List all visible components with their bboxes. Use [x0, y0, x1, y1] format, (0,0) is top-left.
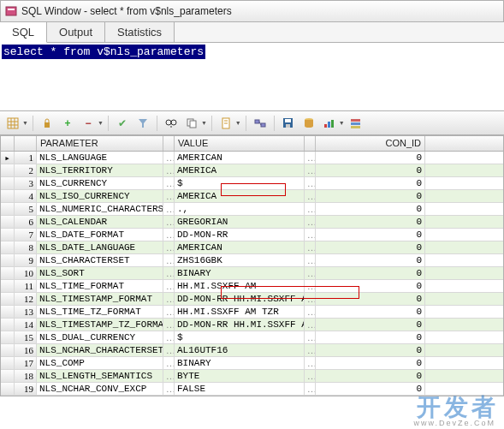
table-row[interactable]: 11NLS_TIME_FORMAT…HH.MI.SSXFF AM…0 — [1, 280, 503, 293]
row-selector[interactable] — [1, 267, 15, 279]
cell-conid[interactable]: 0 — [316, 254, 425, 266]
cell-conid[interactable]: 0 — [316, 177, 425, 189]
cell-parameter[interactable]: NLS_NUMERIC_CHARACTERS — [37, 203, 163, 215]
cell-parameter[interactable]: NLS_CHARACTERSET — [37, 254, 163, 266]
expand-button[interactable]: … — [163, 344, 175, 356]
cell-conid[interactable]: 0 — [316, 344, 425, 356]
table-row[interactable]: 7NLS_DATE_FORMAT…DD-MON-RR…0 — [1, 229, 503, 241]
expand-button[interactable]: … — [163, 383, 175, 395]
cell-parameter[interactable]: NLS_TERRITORY — [37, 164, 163, 176]
expand-button[interactable]: … — [163, 229, 175, 241]
expand-button[interactable]: … — [163, 267, 175, 279]
row-selector[interactable] — [1, 229, 15, 241]
cell-value[interactable]: $ — [175, 177, 305, 189]
cell-value[interactable]: GREGORIAN — [175, 216, 305, 228]
expand-button[interactable]: … — [305, 164, 316, 176]
expand-button[interactable]: … — [163, 190, 175, 202]
lock-button[interactable] — [38, 114, 56, 133]
cell-value[interactable]: AMERICA — [175, 164, 305, 176]
table-row[interactable]: 3NLS_CURRENCY…$…0 — [1, 177, 503, 190]
cell-parameter[interactable]: NLS_TIME_TZ_FORMAT — [37, 306, 163, 318]
bars-button[interactable] — [347, 114, 365, 133]
expand-button[interactable]: … — [163, 370, 175, 382]
cell-conid[interactable]: 0 — [316, 306, 425, 318]
cell-parameter[interactable]: NLS_COMP — [37, 357, 163, 369]
expand-button[interactable]: … — [163, 319, 175, 331]
cell-parameter[interactable]: NLS_DUAL_CURRENCY — [37, 331, 163, 343]
table-row[interactable]: 12NLS_TIMESTAMP_FORMAT…DD-MON-RR HH.MI.S… — [1, 293, 503, 306]
row-selector[interactable] — [1, 190, 15, 202]
cell-conid[interactable]: 0 — [316, 267, 425, 279]
cell-value[interactable]: DD-MON-RR HH.MI.SSXFF AM — [175, 293, 305, 305]
expand-button[interactable]: … — [163, 152, 175, 164]
expand-button[interactable]: … — [305, 267, 316, 279]
cell-conid[interactable]: 0 — [316, 293, 425, 305]
cell-conid[interactable]: 0 — [316, 280, 425, 292]
cell-value[interactable]: $ — [175, 331, 305, 343]
cell-value[interactable]: AMERICAN — [175, 152, 305, 164]
database-button[interactable] — [299, 114, 318, 133]
tab-output[interactable]: Output — [47, 22, 105, 42]
cell-conid[interactable]: 0 — [316, 164, 425, 176]
row-selector[interactable] — [1, 164, 15, 176]
expand-button[interactable]: … — [163, 331, 175, 343]
table-row[interactable]: 10NLS_SORT…BINARY…0 — [1, 267, 503, 280]
expand-button[interactable]: … — [305, 152, 316, 164]
row-selector[interactable] — [1, 370, 15, 382]
cell-conid[interactable]: 0 — [316, 203, 425, 215]
find-button[interactable] — [162, 114, 181, 133]
row-selector[interactable] — [1, 306, 15, 318]
expand-button[interactable]: … — [305, 344, 316, 356]
cell-value[interactable]: DD-MON-RR HH.MI.SSXFF AM TZR — [175, 319, 305, 331]
table-row[interactable]: ▸1NLS_LANGUAGE…AMERICAN…0 — [1, 152, 503, 164]
tab-statistics[interactable]: Statistics — [105, 22, 175, 42]
cell-parameter[interactable]: NLS_NCHAR_CONV_EXCP — [37, 383, 163, 395]
cell-parameter[interactable]: NLS_CURRENCY — [37, 177, 163, 189]
row-selector[interactable] — [1, 203, 15, 215]
row-selector[interactable] — [1, 331, 15, 343]
expand-button[interactable]: … — [163, 280, 175, 292]
row-selector[interactable]: ▸ — [1, 152, 15, 164]
cell-value[interactable]: FALSE — [175, 383, 305, 395]
dropdown-icon[interactable]: ▼ — [22, 120, 28, 126]
filter-button[interactable] — [133, 114, 152, 133]
col-header-conid[interactable]: CON_ID — [316, 136, 425, 151]
cell-value[interactable]: BINARY — [175, 267, 305, 279]
table-row[interactable]: 17NLS_COMP…BINARY…0 — [1, 357, 503, 370]
expand-button[interactable]: … — [305, 357, 316, 369]
row-selector[interactable] — [1, 216, 15, 228]
cell-parameter[interactable]: NLS_DATE_LANGUAGE — [37, 241, 163, 253]
expand-button[interactable]: … — [305, 177, 316, 189]
table-row[interactable]: 5NLS_NUMERIC_CHARACTERS….,…0 — [1, 203, 503, 216]
dropdown-icon[interactable]: ▼ — [98, 120, 104, 126]
cell-conid[interactable]: 0 — [316, 370, 425, 382]
expand-button[interactable]: … — [163, 293, 175, 305]
cell-conid[interactable]: 0 — [316, 229, 425, 241]
expand-button[interactable]: … — [305, 216, 316, 228]
expand-button[interactable]: … — [305, 370, 316, 382]
expand-button[interactable]: … — [305, 331, 316, 343]
cell-parameter[interactable]: NLS_TIME_FORMAT — [37, 280, 163, 292]
cell-value[interactable]: ., — [175, 203, 305, 215]
cell-value[interactable]: AMERICA — [175, 190, 305, 202]
cell-parameter[interactable]: NLS_ISO_CURRENCY — [37, 190, 163, 202]
row-selector[interactable] — [1, 383, 15, 395]
cell-parameter[interactable]: NLS_NCHAR_CHARACTERSET — [37, 344, 163, 356]
row-selector[interactable] — [1, 319, 15, 331]
cell-parameter[interactable]: NLS_LENGTH_SEMANTICS — [37, 370, 163, 382]
grid-view-button[interactable] — [3, 114, 22, 133]
expand-button[interactable]: … — [163, 203, 175, 215]
row-selector[interactable] — [1, 344, 15, 356]
cell-conid[interactable]: 0 — [316, 319, 425, 331]
expand-button[interactable]: … — [305, 319, 316, 331]
dropdown-icon[interactable]: ▼ — [201, 120, 207, 126]
col-header-parameter[interactable]: PARAMETER — [37, 136, 163, 151]
sql-text[interactable]: select * from v$nls_parameters — [2, 45, 205, 59]
cell-conid[interactable]: 0 — [316, 331, 425, 343]
table-row[interactable]: 16NLS_NCHAR_CHARACTERSET…AL16UTF16…0 — [1, 344, 503, 357]
table-row[interactable]: 6NLS_CALENDAR…GREGORIAN…0 — [1, 216, 503, 229]
rownum-header[interactable] — [15, 136, 37, 151]
cell-conid[interactable]: 0 — [316, 190, 425, 202]
cell-value[interactable]: HH.MI.SSXFF AM TZR — [175, 306, 305, 318]
table-row[interactable]: 2NLS_TERRITORY…AMERICA…0 — [1, 164, 503, 177]
